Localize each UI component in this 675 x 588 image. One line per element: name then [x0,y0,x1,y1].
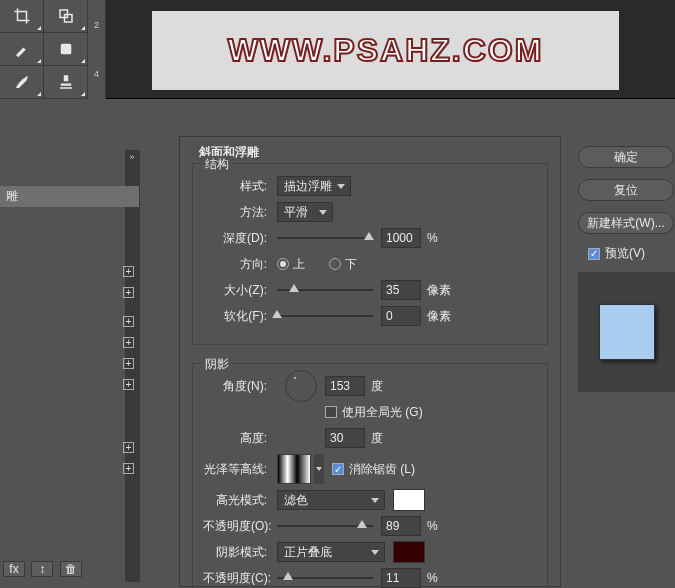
sidebar-item[interactable] [0,282,139,303]
size-slider[interactable] [277,289,373,291]
style-preview-swatch [578,272,675,392]
antialias-checkbox[interactable] [332,463,344,475]
depth-slider[interactable] [277,237,373,239]
group-structure-title: 结构 [201,156,233,173]
watermark-text: WWW.PSAHZ.COM [228,32,544,69]
brush-tool[interactable] [0,66,44,99]
direction-up-radio[interactable] [277,258,289,270]
toolbox [0,0,88,99]
sidebar-item[interactable] [0,332,139,353]
shadow-opacity-slider[interactable] [277,577,373,579]
px-unit: 像素 [427,282,451,299]
preview-checkbox[interactable] [588,248,600,260]
crop-tool[interactable] [0,0,44,33]
gloss-contour-label: 光泽等高线: [203,461,267,478]
group-shading-title: 阴影 [201,356,233,373]
altitude-label: 高度: [203,430,267,447]
preview-label: 预览(V) [605,245,645,262]
editor-top-area: 2 4 WWW.PSAHZ.COM [0,0,675,99]
sidebar-menu-icon[interactable] [125,150,139,164]
global-light-checkbox[interactable] [325,406,337,418]
sidebar-item[interactable] [0,374,139,395]
layer-style-dialog: 雕 fx ↕ 🗑 斜面和浮雕 结构 样式: 描边浮雕 方法: [0,99,675,588]
shadow-opacity-label: 不透明度(C): [203,570,267,587]
sidebar-item[interactable] [0,207,139,228]
bevel-settings-panel: 结构 样式: 描边浮雕 方法: 平滑 深度(D): 1000 % 方向: 上 [179,136,561,587]
stamp-tool[interactable] [44,66,88,99]
shadow-color-swatch[interactable] [393,541,425,563]
add-effect-icon[interactable] [123,316,134,327]
style-select[interactable]: 描边浮雕 [277,176,351,196]
structure-group: 结构 样式: 描边浮雕 方法: 平滑 深度(D): 1000 % 方向: 上 [192,163,548,345]
sidebar-item[interactable] [0,261,139,282]
soften-input[interactable]: 0 [381,306,421,326]
add-effect-icon[interactable] [123,442,134,453]
size-label: 大小(Z): [203,282,267,299]
technique-select[interactable]: 平滑 [277,202,333,222]
shading-group: 阴影 角度(N): 153 度 使用全局光 (G) 高度: 30 度 光泽等高线… [192,363,548,588]
technique-label: 方法: [203,204,267,221]
angle-input[interactable]: 153 [325,376,365,396]
pct-unit: % [427,571,438,585]
sidebar-footer: fx ↕ 🗑 [0,561,125,582]
highlight-mode-select[interactable]: 滤色 [277,490,385,510]
shadow-mode-label: 阴影模式: [203,544,267,561]
add-effect-icon[interactable] [123,358,134,369]
trash-icon[interactable]: 🗑 [60,561,82,577]
global-light-label: 使用全局光 (G) [342,404,423,421]
pct-unit: % [427,519,438,533]
ok-button[interactable]: 确定 [578,146,674,168]
slice-tool[interactable] [44,0,88,33]
sidebar-item[interactable] [0,458,139,479]
soften-label: 软化(F): [203,308,267,325]
add-effect-icon[interactable] [123,266,134,277]
dialog-buttons: 确定 复位 新建样式(W)... 预览(V) [578,146,675,392]
depth-label: 深度(D): [203,230,267,247]
sidebar-item-bevel[interactable]: 雕 [0,186,139,207]
eyedropper-tool[interactable] [0,33,44,66]
canvas-artboard: WWW.PSAHZ.COM [152,11,619,90]
add-effect-icon[interactable] [123,379,134,390]
add-effect-icon[interactable] [123,287,134,298]
style-preview-inner [599,304,655,360]
highlight-opacity-label: 不透明度(O): [203,518,267,535]
sidebar-item[interactable] [0,228,139,249]
new-style-button[interactable]: 新建样式(W)... [578,212,674,234]
depth-input[interactable]: 1000 [381,228,421,248]
altitude-input[interactable]: 30 [325,428,365,448]
direction-label: 方向: [203,256,267,273]
sidebar-item[interactable] [0,437,139,458]
gloss-contour-picker[interactable] [277,454,311,484]
contour-dropdown-icon[interactable] [314,454,324,484]
style-label: 样式: [203,178,267,195]
svg-rect-2 [60,44,71,55]
styles-sidebar: 雕 fx ↕ 🗑 [0,150,140,582]
direction-down-radio[interactable] [329,258,341,270]
sidebar-item[interactable] [0,311,139,332]
deg-unit: 度 [371,378,383,395]
deg-unit: 度 [371,430,383,447]
fx-button[interactable]: fx [3,561,25,577]
add-effect-icon[interactable] [123,337,134,348]
patch-tool[interactable] [44,33,88,66]
vertical-ruler: 2 4 [88,0,106,99]
sidebar-item[interactable] [0,353,139,374]
add-effect-icon[interactable] [123,463,134,474]
soften-slider[interactable] [277,315,373,317]
shadow-opacity-input[interactable]: 11 [381,568,421,588]
px-unit: 像素 [427,308,451,325]
reset-button[interactable]: 复位 [578,179,674,201]
size-input[interactable]: 35 [381,280,421,300]
angle-dial[interactable] [285,370,317,402]
angle-label: 角度(N): [203,378,267,395]
pct-unit: % [427,231,438,245]
highlight-opacity-slider[interactable] [277,525,373,527]
highlight-color-swatch[interactable] [393,489,425,511]
shadow-mode-select[interactable]: 正片叠底 [277,542,385,562]
antialias-label: 消除锯齿 (L) [349,461,415,478]
highlight-mode-label: 高光模式: [203,492,267,509]
arrow-button[interactable]: ↕ [31,561,53,577]
direction-up-label: 上 [293,256,305,273]
direction-down-label: 下 [345,256,357,273]
highlight-opacity-input[interactable]: 89 [381,516,421,536]
